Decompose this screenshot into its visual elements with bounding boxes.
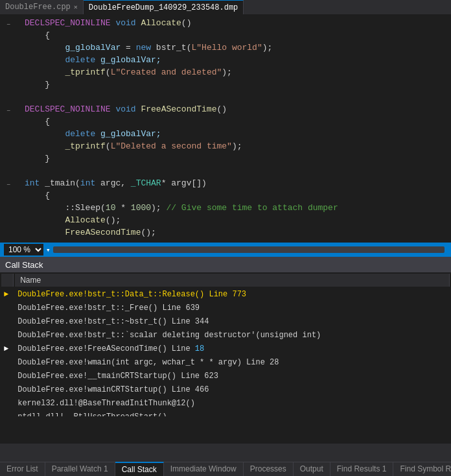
code-token: void: [111, 17, 141, 29]
code-line: Allocate();: [19, 214, 451, 226]
tab-doublefreedump[interactable]: DoubleFreeDump_140929_233548.dmp: [84, 0, 244, 14]
code-token: (: [106, 66, 111, 78]
code-line: FreeASecondTime();: [19, 226, 451, 239]
tab-doublefree-cpp[interactable]: DoubleFree.cpp ✕: [0, 0, 84, 14]
call-stack-row[interactable]: DoubleFree.exe!bstr_t::~bstr_t() Line 34…: [1, 315, 450, 327]
call-stack-panel: Call Stack Name ►DoubleFree.exe!bstr_t::…: [0, 257, 451, 444]
code-token: L"Created and deleted": [111, 66, 222, 78]
cs-row-text: ntdll.dll!__RtlUserThreadStart(): [15, 411, 450, 416]
code-token: );: [262, 42, 273, 54]
code-content[interactable]: −DECLSPEC_NOINLINE void Allocate() { g_g…: [0, 14, 451, 243]
bottom-tab-find-symbol-results[interactable]: Find Symbol Results: [393, 462, 451, 476]
cs-row-text: kernel32.dll!@BaseThreadInitThunk@12(): [15, 397, 450, 409]
code-token: );: [232, 140, 242, 152]
code-token: void: [111, 103, 141, 115]
code-token: [25, 214, 65, 226]
zoom-down-icon[interactable]: ▾: [46, 246, 51, 254]
code-token: );: [222, 66, 232, 78]
cs-row-text: DoubleFree.exe!bstr_t::_Free() Line 639: [15, 302, 450, 314]
code-token: DECLSPEC_NOINLINE: [25, 103, 111, 115]
code-token: }: [25, 152, 50, 165]
horizontal-scrollbar[interactable]: [53, 246, 445, 253]
code-token: g_globalVar: [65, 42, 121, 54]
code-token: new: [136, 42, 151, 54]
code-token: *: [115, 202, 130, 214]
cs-row-text: DoubleFree.exe!__tmainCRTStartup() Line …: [15, 370, 450, 382]
cs-row-text: DoubleFree.exe!FreeASecondTime() Line 18: [15, 342, 450, 355]
call-stack-table: Name ►DoubleFree.exe!bstr_t::Data_t::Rel…: [0, 272, 451, 416]
cs-row-text: DoubleFree.exe!wmain(int argc, wchar_t *…: [15, 356, 450, 368]
code-line: {: [19, 189, 451, 202]
code-token: ::Sleep(: [25, 202, 106, 214]
cs-row-text: DoubleFree.exe!bstr_t::Data_t::Release()…: [15, 288, 450, 300]
code-token: {: [25, 115, 50, 128]
code-line: −DECLSPEC_NOINLINE void FreeASecondTime(…: [19, 103, 451, 115]
cs-row-marker: [1, 356, 14, 368]
zoom-select[interactable]: 100 % 75 % 125 %: [4, 244, 43, 256]
code-line: −int _tmain(int argc, _TCHAR* argv[]): [19, 177, 451, 189]
bottom-tab-find-results-1[interactable]: Find Results 1: [330, 462, 394, 476]
code-token: Allocate: [65, 214, 105, 226]
cs-header-marker: [1, 274, 14, 287]
cs-row-marker: [1, 315, 14, 327]
code-line: ::Sleep(10 * 1000); // Give some time to…: [19, 202, 451, 214]
code-token: ();: [106, 214, 121, 226]
bottom-tab-processes[interactable]: Processes: [244, 462, 294, 476]
call-stack-row[interactable]: ►DoubleFree.exe!FreeASecondTime() Line 1…: [1, 342, 450, 355]
cs-row-marker: [1, 370, 14, 382]
call-stack-row[interactable]: DoubleFree.exe!bstr_t::_Free() Line 639: [1, 302, 450, 314]
code-token: delete: [65, 128, 95, 140]
call-stack-row[interactable]: ntdll.dll!__RtlUserThreadStart(): [1, 411, 450, 416]
call-stack-body[interactable]: Name ►DoubleFree.exe!bstr_t::Data_t::Rel…: [0, 272, 451, 416]
code-token: g_globalVar;: [95, 128, 161, 140]
panel-title: Call Stack: [5, 260, 43, 270]
bottom-tab-output[interactable]: Output: [294, 462, 330, 476]
call-stack-row[interactable]: DoubleFree.exe!wmainCRTStartup() Line 46…: [1, 383, 450, 396]
code-line: }: [19, 152, 451, 165]
code-token: [25, 66, 65, 78]
code-token: [25, 128, 65, 140]
code-token: int: [80, 177, 95, 189]
cs-row-marker: [1, 397, 14, 409]
collapse-button[interactable]: −: [6, 105, 14, 113]
tab-label: DoubleFree.cpp: [5, 3, 71, 12]
bottom-tab-immediate-window[interactable]: Immediate Window: [164, 462, 244, 476]
bottom-tab-bar: Error ListParallel Watch 1Call StackImme…: [0, 462, 451, 476]
code-token: }: [25, 78, 50, 91]
cs-row-marker: ►: [1, 288, 14, 300]
code-token: [25, 140, 65, 152]
code-line: {: [19, 29, 451, 42]
call-stack-row[interactable]: ►DoubleFree.exe!bstr_t::Data_t::Release(…: [1, 288, 450, 300]
cs-row-marker: [1, 411, 14, 416]
code-token: Allocate: [141, 17, 181, 29]
code-line: delete g_globalVar;: [19, 54, 451, 66]
bottom-tab-call-stack[interactable]: Call Stack: [115, 462, 164, 476]
code-line: delete g_globalVar;: [19, 128, 451, 140]
panel-header: Call Stack: [0, 257, 451, 272]
call-stack-row[interactable]: DoubleFree.exe!__tmainCRTStartup() Line …: [1, 370, 450, 382]
code-token: delete: [65, 54, 95, 66]
collapse-button[interactable]: −: [6, 179, 14, 187]
code-token: {: [25, 29, 50, 42]
bottom-tabs-container: Error ListParallel Watch 1Call StackImme…: [0, 462, 451, 476]
code-token: argc,: [95, 177, 131, 189]
code-token: DECLSPEC_NOINLINE: [25, 17, 111, 29]
cs-row-marker: [1, 383, 14, 396]
code-line: [19, 91, 451, 103]
bottom-tab-parallel-watch-1[interactable]: Parallel Watch 1: [45, 462, 115, 476]
debug-hint-area: [0, 416, 451, 444]
call-stack-row[interactable]: DoubleFree.exe!wmain(int argc, wchar_t *…: [1, 356, 450, 368]
code-token: bstr_t(: [151, 42, 191, 54]
collapse-button[interactable]: −: [6, 19, 14, 27]
close-icon[interactable]: ✕: [74, 3, 78, 11]
cs-row-text: DoubleFree.exe!bstr_t::`scalar deleting …: [15, 329, 450, 341]
bottom-tab-error-list[interactable]: Error List: [0, 462, 45, 476]
call-stack-row[interactable]: DoubleFree.exe!bstr_t::`scalar deleting …: [1, 329, 450, 341]
code-line: _tprintf(L"Created and deleted");: [19, 66, 451, 78]
tab-bar: DoubleFree.cpp ✕ DoubleFreeDump_140929_2…: [0, 0, 451, 14]
code-token: [25, 226, 65, 239]
cs-header-row: Name: [1, 274, 450, 287]
code-line: [19, 165, 451, 177]
zoom-bar: 100 % 75 % 125 % ▾: [0, 243, 451, 257]
call-stack-row[interactable]: kernel32.dll!@BaseThreadInitThunk@12(): [1, 397, 450, 409]
